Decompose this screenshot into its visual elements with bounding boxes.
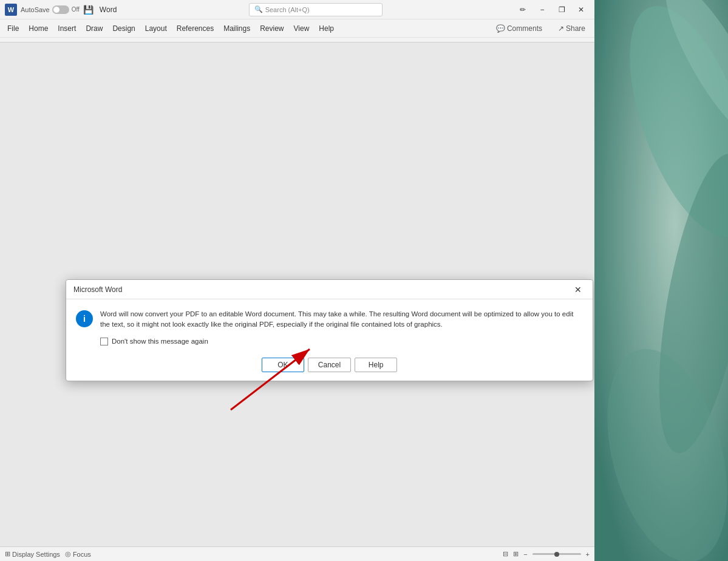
status-right: ⊟ ⊞ − +: [503, 550, 590, 558]
word-logo-icon: W: [5, 4, 17, 16]
help-button[interactable]: Help: [355, 358, 397, 372]
cancel-button[interactable]: Cancel: [308, 358, 351, 372]
status-bar: ⊞ Display Settings ◎ Focus ⊟ ⊞ − +: [0, 546, 594, 561]
display-settings-label: Display Settings: [12, 551, 60, 558]
search-box[interactable]: 🔍 Search (Alt+Q): [249, 3, 383, 16]
dialog-title-bar: Microsoft Word ✕: [66, 280, 593, 299]
restore-button[interactable]: ❐: [553, 3, 570, 16]
ribbon-area: [0, 38, 594, 42]
title-bar-search: 🔍 Search (Alt+Q): [120, 3, 511, 16]
share-label: Share: [566, 24, 585, 33]
save-icon[interactable]: 💾: [83, 5, 94, 15]
focus-button[interactable]: ◎ Focus: [65, 550, 91, 558]
dialog-buttons: OK Cancel Help: [66, 350, 593, 381]
dialog-close-icon: ✕: [574, 285, 582, 294]
focus-icon: ◎: [65, 550, 71, 558]
word-window: W AutoSave Off 💾 Word 🔍 Search (Alt+Q) ✏: [0, 0, 594, 561]
autosave-area: AutoSave Off: [21, 5, 80, 14]
close-icon: ✕: [578, 5, 584, 14]
close-button[interactable]: ✕: [573, 3, 590, 16]
pen-icon: ✏: [520, 5, 526, 14]
zoom-plus[interactable]: +: [586, 551, 590, 558]
ok-button[interactable]: OK: [262, 358, 304, 372]
dialog-close-button[interactable]: ✕: [571, 282, 585, 297]
title-bar-right: ✏ − ❐ ✕: [514, 3, 590, 16]
dialog-body: i Word will now convert your PDF to an e…: [66, 299, 593, 350]
menu-layout[interactable]: Layout: [140, 22, 172, 35]
autosave-label: AutoSave: [21, 6, 50, 13]
comments-button[interactable]: 💬 Comments: [489, 22, 549, 35]
zoom-slider[interactable]: [532, 553, 581, 555]
comments-label: Comments: [507, 24, 542, 33]
zoom-handle[interactable]: [554, 552, 559, 557]
pen-button[interactable]: ✏: [514, 3, 531, 16]
title-bar-left: W AutoSave Off 💾 Word: [5, 4, 117, 16]
dialog-message-text: Word will now convert your PDF to an edi…: [100, 309, 583, 330]
dont-show-label: Don't show this message again: [112, 338, 208, 345]
display-settings[interactable]: ⊞ Display Settings: [5, 550, 60, 558]
menu-design[interactable]: Design: [107, 22, 140, 35]
restore-icon: ❐: [559, 5, 565, 14]
menu-file[interactable]: File: [2, 22, 24, 35]
view-grid-icon[interactable]: ⊞: [513, 550, 519, 558]
menu-draw[interactable]: Draw: [81, 22, 107, 35]
menu-bar: File Home Insert Draw Design Layout Refe…: [0, 19, 594, 38]
title-bar: W AutoSave Off 💾 Word 🔍 Search (Alt+Q) ✏: [0, 0, 594, 19]
focus-label: Focus: [73, 551, 91, 558]
comment-icon: 💬: [496, 24, 505, 33]
zoom-minus[interactable]: −: [523, 551, 527, 558]
menu-bar-right: 💬 Comments ↗ Share: [489, 22, 592, 35]
menu-review[interactable]: Review: [255, 22, 288, 35]
dialog-checkbox-row: Don't show this message again: [100, 338, 583, 345]
menu-insert[interactable]: Insert: [53, 22, 81, 35]
menu-help[interactable]: Help: [314, 22, 339, 35]
minimize-button[interactable]: −: [534, 3, 551, 16]
dont-show-checkbox[interactable]: [100, 338, 108, 345]
wallpaper-svg: [594, 0, 728, 561]
autosave-toggle[interactable]: [52, 5, 69, 14]
share-icon: ↗: [558, 24, 564, 33]
menu-mailings[interactable]: Mailings: [219, 22, 255, 35]
menu-references[interactable]: References: [172, 22, 219, 35]
share-button[interactable]: ↗ Share: [551, 22, 592, 35]
dialog: Microsoft Word ✕ i Word will now convert…: [66, 279, 593, 381]
doc-title: Word: [100, 5, 117, 14]
search-placeholder: Search (Alt+Q): [265, 6, 310, 13]
display-settings-icon: ⊞: [5, 550, 10, 558]
menu-home[interactable]: Home: [24, 22, 53, 35]
doc-area: Microsoft Word ✕ i Word will now convert…: [0, 42, 594, 546]
minimize-icon: −: [540, 5, 544, 14]
desktop-wallpaper: [594, 0, 728, 561]
autosave-state: Off: [72, 6, 80, 13]
dialog-title: Microsoft Word: [73, 285, 571, 294]
dialog-message-row: i Word will now convert your PDF to an e…: [76, 309, 583, 330]
view-normal-icon[interactable]: ⊟: [503, 550, 508, 558]
info-icon: i: [76, 310, 93, 327]
search-icon: 🔍: [254, 5, 263, 13]
toggle-knob: [53, 7, 60, 13]
menu-view[interactable]: View: [289, 22, 315, 35]
